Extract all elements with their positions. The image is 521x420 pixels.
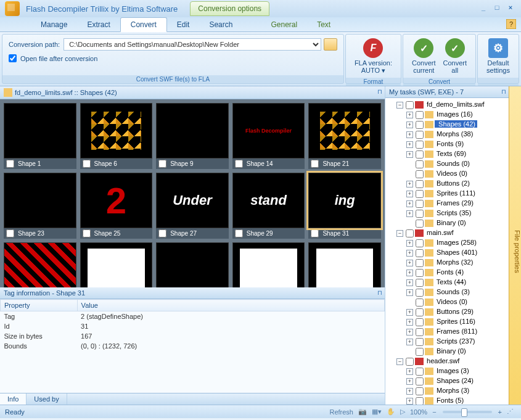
pin-icon[interactable]: ⊓ bbox=[377, 289, 382, 296]
zoom-slider[interactable] bbox=[443, 411, 492, 413]
thumbnail[interactable]: ingShape 31 bbox=[308, 173, 381, 239]
thumb-checkbox[interactable] bbox=[83, 160, 91, 168]
tree-checkbox[interactable] bbox=[416, 111, 424, 119]
tree-item[interactable]: + Images (258) bbox=[406, 237, 507, 247]
pin-icon[interactable]: ⊓ bbox=[377, 88, 382, 95]
thumbnail[interactable]: Shape 1 bbox=[4, 103, 76, 169]
tree-item[interactable]: − header.swf bbox=[396, 356, 507, 366]
tree-item[interactable]: Videos (0) bbox=[406, 297, 507, 307]
tree-item[interactable]: + Fonts (5) bbox=[406, 395, 507, 405]
expand-toggle[interactable]: + bbox=[406, 240, 413, 247]
app-icon[interactable] bbox=[5, 1, 20, 16]
thumb-checkbox[interactable] bbox=[6, 160, 14, 168]
maximize-button[interactable]: □ bbox=[491, 4, 503, 14]
tree-item[interactable]: + Sounds (3) bbox=[406, 287, 507, 297]
thumbnail-viewport[interactable]: Shape 1Shape 6Shape 9Flash DecompilerSha… bbox=[0, 99, 385, 287]
expand-toggle[interactable]: + bbox=[406, 329, 413, 336]
tree-checkbox[interactable] bbox=[416, 190, 424, 198]
tree-checkbox[interactable] bbox=[416, 279, 424, 287]
thumbnail[interactable]: Shape 9 bbox=[156, 103, 229, 169]
tree-item[interactable]: + Morphs (3) bbox=[406, 385, 507, 395]
convert-current-button[interactable]: Convertcurrent bbox=[408, 37, 440, 75]
thumb-checkbox[interactable] bbox=[158, 229, 166, 237]
help-icon[interactable]: ? bbox=[506, 19, 516, 30]
tree-item[interactable]: + Scripts (35) bbox=[406, 208, 507, 218]
tree-item[interactable]: + Shapes (24) bbox=[406, 376, 507, 385]
thumbnail[interactable] bbox=[308, 242, 381, 287]
table-row[interactable]: Id31 bbox=[1, 321, 385, 331]
thumbnail[interactable]: UnderShape 27 bbox=[156, 173, 229, 239]
tree-checkbox[interactable] bbox=[416, 170, 424, 178]
tree-item[interactable]: + Texts (69) bbox=[406, 149, 507, 159]
expand-toggle[interactable]: + bbox=[406, 309, 413, 316]
thumb-checkbox[interactable] bbox=[235, 160, 243, 168]
task-tree[interactable]: − fd_demo_limits.swf+ Images (16)+ Shape… bbox=[385, 98, 509, 405]
subtab-text[interactable]: Text bbox=[307, 18, 340, 31]
col-value[interactable]: Value bbox=[77, 300, 384, 311]
pin-icon[interactable]: ⊓ bbox=[501, 88, 506, 95]
expand-toggle[interactable]: + bbox=[406, 181, 413, 187]
expand-toggle[interactable]: + bbox=[406, 388, 413, 395]
tree-checkbox[interactable] bbox=[416, 249, 424, 257]
tree-item[interactable]: + Sprites (116) bbox=[406, 316, 507, 326]
expand-toggle[interactable]: + bbox=[406, 210, 413, 217]
expand-toggle[interactable]: + bbox=[406, 398, 413, 405]
tree-item[interactable]: + Morphs (32) bbox=[406, 257, 507, 267]
browse-folder-button[interactable] bbox=[324, 38, 337, 51]
thumbnail[interactable] bbox=[80, 242, 153, 287]
table-row[interactable]: Size in bytes167 bbox=[1, 331, 385, 341]
tree-item[interactable]: Binary (0) bbox=[406, 346, 507, 356]
path-input[interactable]: C:\Documents and Settings\manual\Desktop… bbox=[64, 38, 321, 51]
tree-checkbox[interactable] bbox=[416, 220, 424, 228]
tree-item[interactable]: + Images (16) bbox=[406, 109, 507, 119]
tab-manage[interactable]: Manage bbox=[31, 18, 77, 31]
thumb-checkbox[interactable] bbox=[158, 160, 166, 168]
expand-toggle[interactable]: + bbox=[406, 279, 413, 286]
tree-checkbox[interactable] bbox=[416, 338, 424, 346]
tree-checkbox[interactable] bbox=[416, 131, 424, 139]
tab-search[interactable]: Search bbox=[199, 18, 242, 31]
tree-checkbox[interactable] bbox=[406, 358, 414, 366]
tree-item[interactable]: + Buttons (29) bbox=[406, 307, 507, 316]
thumb-checkbox[interactable] bbox=[83, 229, 91, 237]
tree-item[interactable]: Videos (0) bbox=[406, 168, 507, 178]
tree-checkbox[interactable] bbox=[406, 229, 414, 237]
tree-checkbox[interactable] bbox=[416, 368, 424, 376]
thumb-checkbox[interactable] bbox=[311, 229, 319, 237]
expand-toggle[interactable]: + bbox=[406, 191, 413, 197]
thumbnail[interactable]: Shape 21 bbox=[308, 103, 381, 169]
tree-item[interactable]: − main.swf bbox=[396, 228, 507, 237]
tree-item[interactable]: Binary (0) bbox=[406, 218, 507, 228]
thumbnail[interactable]: Shape 23 bbox=[4, 173, 76, 239]
resize-handle[interactable]: ⋰ bbox=[507, 408, 514, 416]
thumb-checkbox[interactable] bbox=[6, 229, 14, 237]
tree-checkbox[interactable] bbox=[416, 121, 424, 129]
expand-toggle[interactable]: + bbox=[406, 250, 413, 257]
tree-checkbox[interactable] bbox=[416, 160, 424, 168]
expand-toggle[interactable]: − bbox=[396, 358, 403, 365]
expand-toggle[interactable]: − bbox=[396, 102, 403, 109]
thumbnail[interactable] bbox=[4, 242, 76, 287]
expand-toggle[interactable]: + bbox=[406, 319, 413, 326]
thumbnail[interactable]: Shape 6 bbox=[80, 103, 153, 169]
minimize-button[interactable]: _ bbox=[478, 4, 489, 14]
tree-checkbox[interactable] bbox=[416, 150, 424, 159]
zoom-in-button[interactable]: + bbox=[498, 408, 502, 416]
tree-checkbox[interactable] bbox=[406, 101, 414, 109]
tree-item[interactable]: + Images (3) bbox=[406, 366, 507, 376]
tree-checkbox[interactable] bbox=[416, 377, 424, 385]
expand-toggle[interactable]: + bbox=[406, 378, 413, 385]
tree-checkbox[interactable] bbox=[416, 318, 424, 326]
convert-action-link[interactable]: Convert SWF file(s) to FLA bbox=[2, 75, 343, 83]
expand-toggle[interactable]: + bbox=[406, 368, 413, 375]
close-button[interactable]: × bbox=[505, 4, 516, 14]
file-properties-panel-tab[interactable]: File properties bbox=[509, 86, 521, 405]
expand-toggle[interactable]: + bbox=[406, 270, 413, 276]
open-after-checkbox[interactable] bbox=[9, 54, 17, 62]
tree-checkbox[interactable] bbox=[416, 200, 424, 208]
thumbnail[interactable]: standShape 29 bbox=[232, 173, 305, 239]
tree-checkbox[interactable] bbox=[416, 239, 424, 247]
convert-all-button[interactable]: Convertall bbox=[440, 37, 471, 75]
table-row[interactable]: Bounds(0, 0) : (1232, 726) bbox=[1, 341, 385, 351]
expand-toggle[interactable]: + bbox=[406, 339, 413, 345]
